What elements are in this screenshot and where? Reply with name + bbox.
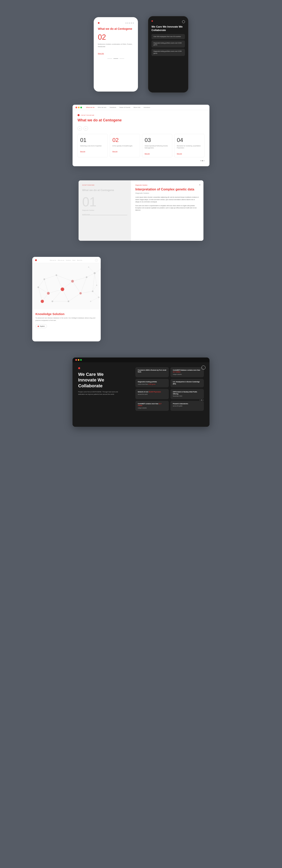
network-nav: What we do Who we are Solutions News Mor… [50,260,82,261]
card-2-desc: At the speartip of breakthroughs [112,145,137,147]
browser-dark-bar [73,358,209,362]
card-2: 02 At the speartip of breakthroughs More… [110,134,140,157]
dark-stat-8-title: Present in laboratories [173,403,201,405]
modal-left-link[interactable]: scroll for more [82,214,127,215]
phone-light-link[interactable]: More Info [98,53,104,54]
dark-stat-card-3: Diagnostics testing portfolio covers mor… [135,379,169,387]
modal-mockup: centogene What we do at Centogene 01 Dia… [79,180,203,241]
browser-mockup: What we do Who we are Solutions News & E… [73,105,209,166]
card-2-link[interactable]: More Info [112,151,117,152]
nav-item-2[interactable]: Who we are [98,106,106,108]
section-2: What we do Who we are Solutions News & E… [0,105,282,166]
dark-stat-7-sub: unique variants [138,407,166,409]
card-4-number: 04 [177,137,202,143]
dark-stat-card-6: CNTG listed on Nasdaq initial Public Off… [170,389,204,399]
card-3: 03 Global Speedboat Reflecting Genetic h… [142,134,172,157]
phone-logo-dot [98,22,100,24]
svg-line-14 [81,277,87,293]
page-dot-3 [203,160,204,161]
dark-stat-card-7: CentoMD® contains more than 12.7 million… [135,401,169,411]
svg-line-12 [38,279,44,287]
network-visualization [32,263,101,309]
phone-light-title: What we do at Centogene [98,27,134,31]
browser-nav: What we do Who we are Solutions News & E… [86,106,150,108]
modal-right-subtitle: Diagnostic Solution [135,192,199,194]
svg-line-4 [56,275,62,289]
modal-right-tag: Diagnostic Solution [135,184,199,186]
phone-light-desc: Multiomics Holistic combination of DNA, … [98,43,134,48]
section-4: What we do Who we are Solutions News Mor… [0,257,282,341]
bar-3 [119,58,124,59]
modal-right-body-1: Lorem ipsum dolor sit amet, consectetur … [135,196,199,203]
modal-right-title: Interpretation of Complex genetic data [135,187,199,192]
browser-dot-red [76,107,77,108]
svg-point-23 [56,274,57,276]
network-explore-btn[interactable]: Explore [35,324,47,328]
phone-dark-title: We Care We Innovate We Collaborate [151,25,185,32]
network-nav-4[interactable]: News [73,260,76,261]
section-5: We Care We Innovate We Collaborate Peopl… [0,358,282,427]
cards-row: 01 Delivering a new level of expertise M… [78,134,204,157]
phone-dots-right [125,23,134,24]
nav-dot-5 [133,23,134,24]
dark-stat-card-8: Present in laboratories across the globe [170,401,204,411]
svg-line-0 [44,275,56,279]
svg-line-8 [48,289,62,293]
section-1: What we do at Centogene 02 Multiomics Ho… [0,12,282,93]
dark-stat-3-sub: covers more than 6,500 genes [138,383,166,385]
network-nav-circle[interactable]: ○ [95,259,98,262]
dark-stat-4-title: U.S. Headquarters in Boston Cambridge (M… [173,381,201,385]
dark-stat-2: Diagnostic testing portfolio covers over… [151,40,185,48]
dark-stat-5-sub: around the world [138,393,166,395]
next-btn[interactable]: › [84,126,88,131]
browser-controls: ‹ › [78,126,204,131]
network-logo-dot [35,259,37,261]
card-3-link[interactable]: More Info [145,153,150,154]
svg-line-6 [73,281,81,293]
nav-item-3[interactable]: Solutions [110,106,116,108]
nav-item-4[interactable]: News & Events [119,106,130,108]
network-nav-3[interactable]: Solutions [66,260,71,261]
phone-dark-header [151,20,185,23]
nav-item-6[interactable]: Investors [144,106,150,108]
network-nav-5[interactable]: More Info [77,260,82,261]
bar-2 [113,58,118,59]
network-btn-label: Explore [40,326,45,327]
dark-browser-dots [75,359,82,361]
network-header: What we do Who we are Solutions News Mor… [32,257,101,263]
prev-btn[interactable]: ‹ [78,126,82,131]
browser-bar: What we do Who we are Solutions News & E… [73,105,209,110]
modal-close-btn[interactable]: × [199,183,201,186]
card-4: 04 Biomarker for monitoring, Quantitativ… [174,134,204,157]
nav-item-1[interactable]: What we do [86,106,94,108]
network-nav-1[interactable]: What we do [50,260,56,261]
network-nav-2[interactable]: Who we are [58,260,64,261]
dark-stat-2-sub: unique variants [173,373,201,375]
svg-line-48 [89,267,95,273]
nav-dot-3 [129,23,130,24]
phone-light-mockup: What we do at Centogene 02 Multiomics Ho… [94,17,138,92]
phone-bottom-bar [98,58,134,59]
browser-logo-dot [78,114,80,116]
bar-1 [107,58,112,59]
svg-line-10 [81,291,93,293]
nav-dot-1 [125,23,126,24]
nav-item-5[interactable]: More Info [134,106,140,108]
svg-line-43 [91,297,99,301]
dark-subtitle: People come first at CENTOGENE. Through … [78,391,118,396]
svg-line-15 [68,293,81,301]
svg-line-18 [52,289,62,301]
phone-top-bar [98,22,134,24]
section-3: centogene What we do at Centogene 01 Dia… [0,180,282,241]
browser-dark: We Care We Innovate We Collaborate Peopl… [73,358,209,427]
dark-stat-card-4: U.S. Headquarters in Boston Cambridge (M… [170,379,204,387]
modal-right: × Diagnostic Solution Interpretation of … [131,180,203,241]
card-1-link[interactable]: More Info [80,151,85,152]
svg-point-31 [52,301,53,302]
network-body: Knowledge Solution To advanced rare dise… [32,309,101,331]
svg-line-2 [73,277,87,281]
dark-dot-yellow [78,359,79,361]
dark-stat-card-2: CentoMD® Database contains more than 12.… [170,367,204,377]
card-4-link[interactable]: More Info [177,153,182,154]
browser-dark-content: We Care We Innovate We Collaborate Peopl… [73,362,209,427]
